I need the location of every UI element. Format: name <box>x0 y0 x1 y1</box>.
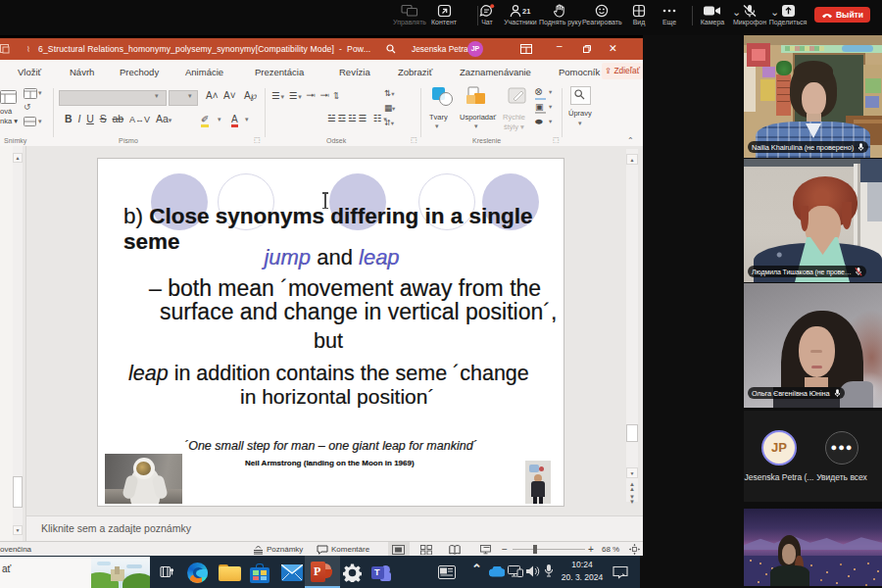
svg-text:21: 21 <box>522 7 530 16</box>
